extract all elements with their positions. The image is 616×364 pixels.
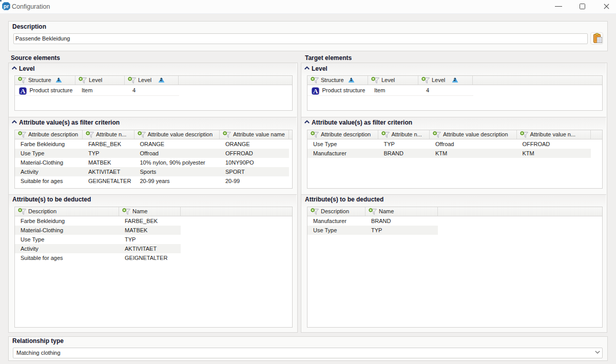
svg-text:1: 1 <box>57 77 60 82</box>
svg-text:A: A <box>21 87 26 95</box>
svg-text:2: 2 <box>454 77 456 82</box>
svg-text:2: 2 <box>160 77 163 82</box>
svg-text:1: 1 <box>350 77 353 82</box>
svg-text:pr: pr <box>4 3 9 9</box>
svg-text:A: A <box>313 87 318 95</box>
